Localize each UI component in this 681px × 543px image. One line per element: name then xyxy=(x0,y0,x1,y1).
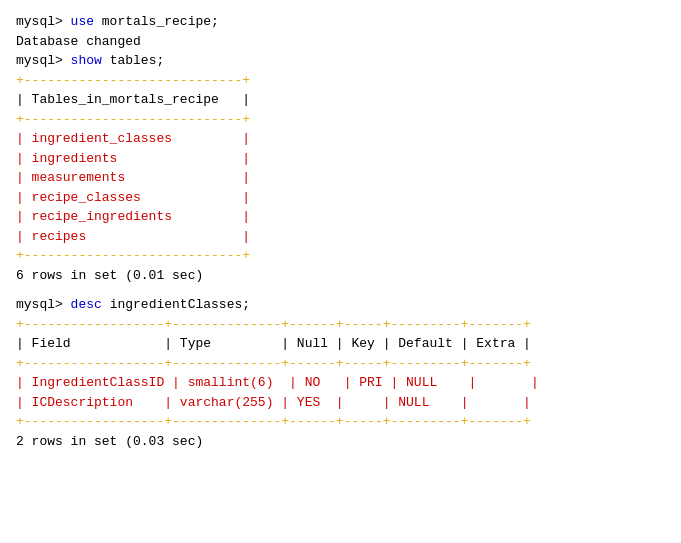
line-1: mysql> use mortals_recipe; xyxy=(16,12,665,32)
line-2: Database changed xyxy=(16,32,665,52)
result-1: 6 rows in set (0.01 sec) xyxy=(16,266,665,286)
line-3: mysql> show tables; xyxy=(16,51,665,71)
line-desc: mysql> desc ingredientClasses; xyxy=(16,295,665,315)
desc-row-1: | IngredientClassID | smallint(6) | NO |… xyxy=(16,373,665,393)
table-row-4: | recipe_classes | xyxy=(16,188,665,208)
border-2: +----------------------------+ xyxy=(16,110,665,130)
prompt-3: mysql> xyxy=(16,297,71,312)
table-row-5: | recipe_ingredients | xyxy=(16,207,665,227)
table-row-3: | measurements | xyxy=(16,168,665,188)
header-row-1: | Tables_in_mortals_recipe | xyxy=(16,90,665,110)
terminal-output: mysql> use mortals_recipe; Database chan… xyxy=(16,12,665,451)
cmd-1: use xyxy=(71,14,94,29)
prompt-1: mysql> xyxy=(16,14,71,29)
header-row-2: | Field | Type | Null | Key | Default | … xyxy=(16,334,665,354)
spacer-1 xyxy=(16,285,665,295)
cmd-3: desc xyxy=(71,297,102,312)
border-3: +----------------------------+ xyxy=(16,246,665,266)
table-row-1: | ingredient_classes | xyxy=(16,129,665,149)
prompt-2: mysql> xyxy=(16,53,71,68)
table-row-2: | ingredients | xyxy=(16,149,665,169)
cmd-2: show xyxy=(71,53,102,68)
result-2: 2 rows in set (0.03 sec) xyxy=(16,432,665,452)
border-5: +------------------+--------------+-----… xyxy=(16,354,665,374)
border-1: +----------------------------+ xyxy=(16,71,665,91)
desc-row-2: | ICDescription | varchar(255) | YES | |… xyxy=(16,393,665,413)
border-6: +------------------+--------------+-----… xyxy=(16,412,665,432)
border-4: +------------------+--------------+-----… xyxy=(16,315,665,335)
table-row-6: | recipes | xyxy=(16,227,665,247)
